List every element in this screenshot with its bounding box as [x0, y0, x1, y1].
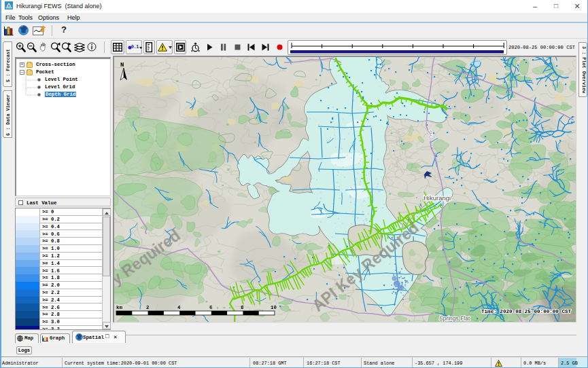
svg-text:10: 10: [271, 305, 277, 310]
svg-text:6: 6: [209, 305, 213, 310]
svg-text:8: 8: [241, 305, 244, 310]
svg-text:Springs Flat: Springs Flat: [439, 315, 470, 322]
svg-text:2: 2: [146, 305, 150, 310]
svg-text:km: km: [116, 305, 123, 310]
svg-text:Hikurangi: Hikurangi: [423, 194, 451, 202]
svg-text:N: N: [120, 62, 124, 69]
svg-text:4: 4: [177, 305, 181, 310]
svg-text:Time: 2020-08-25 00:00:00 CST: Time: 2020-08-25 00:00:00 CST: [481, 309, 572, 314]
